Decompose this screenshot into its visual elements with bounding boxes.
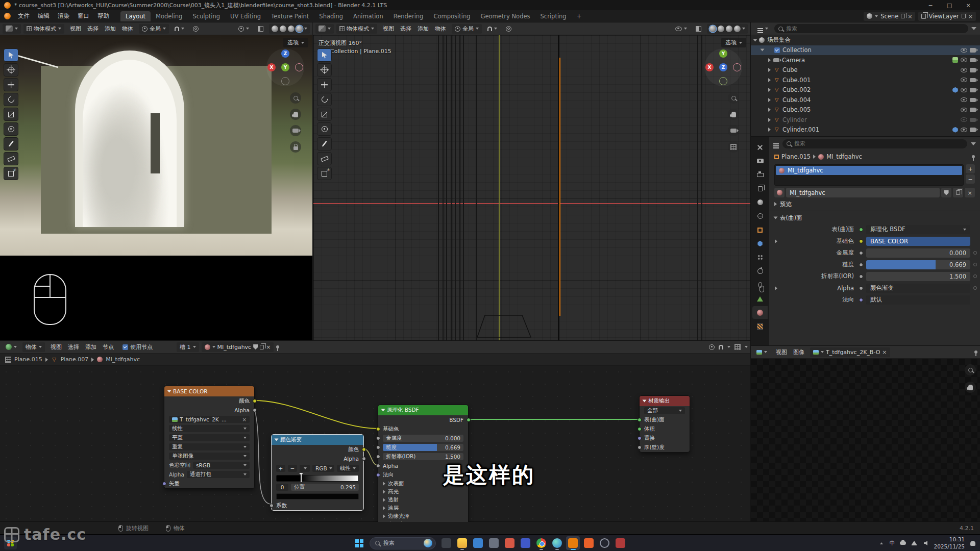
material-slot-list[interactable]: MI_tdfgahvc [774, 164, 964, 186]
tool-button[interactable] [4, 93, 18, 106]
roughness-slider[interactable]: 糙度0.669 [383, 444, 463, 451]
extension-select[interactable]: 重复 [169, 443, 250, 450]
workspace-tab[interactable]: Sculpting [187, 11, 225, 21]
disclosure-icon[interactable] [768, 58, 771, 62]
image-datablock-selector[interactable]: T_tdfgahvc_2K_B-O [810, 347, 890, 357]
node-canvas[interactable]: BASE COLOR 颜色 Alpha T_tdfgahvc_2K_... 线性… [0, 366, 750, 522]
outliner-row[interactable]: Camera [751, 55, 980, 65]
tool-button[interactable] [4, 122, 18, 136]
unlink-material-button[interactable] [965, 188, 975, 197]
metallic-slider[interactable]: 金属度0.000 [383, 435, 463, 442]
material-slot-row[interactable]: MI_tdfgahvc [776, 166, 962, 175]
search-input[interactable] [786, 26, 964, 32]
copy-icon[interactable] [260, 345, 264, 349]
disclosure-icon[interactable] [768, 108, 771, 112]
workspace-tab[interactable]: Shading [314, 11, 348, 21]
breadcrumb-mesh[interactable]: Plane.007 [61, 356, 89, 363]
breadcrumb-material[interactable]: MI_tdfgahvc [106, 356, 140, 363]
material-datablock-selector[interactable]: MI_tdfgahvc [202, 342, 274, 352]
color-output-socket[interactable] [253, 399, 257, 403]
xray-toggle[interactable] [255, 24, 266, 34]
bsdf-section-row[interactable]: 自发光 [378, 520, 468, 522]
new-viewlayer-icon[interactable] [962, 14, 966, 18]
viewport-3d[interactable]: 选项 Z Y X [0, 35, 312, 340]
stop-index-field[interactable]: 0 [276, 484, 288, 491]
image-menu-item[interactable]: 视图 [773, 347, 790, 357]
overlays-toggle[interactable] [672, 24, 690, 34]
color-mode-select[interactable]: RGB [312, 465, 334, 472]
output-tab[interactable] [752, 168, 768, 181]
gizmo-z-neg[interactable] [281, 77, 289, 85]
viewport-menu-item[interactable]: 选择 [84, 24, 102, 34]
surface-section-header[interactable]: 表(曲)面 [769, 212, 980, 223]
camera-visibility-icon[interactable] [970, 48, 976, 53]
taskbar-app-button[interactable] [455, 536, 469, 550]
tool-button[interactable] [317, 152, 332, 165]
taskbar-app-button[interactable] [519, 536, 532, 550]
vector-input-socket[interactable] [162, 482, 166, 486]
outliner-row[interactable]: Cube.002 [751, 85, 980, 95]
tool-button[interactable] [4, 167, 18, 180]
copy-material-button[interactable] [953, 188, 963, 197]
material-tab[interactable] [752, 306, 768, 319]
source-select[interactable]: 单张图像 [169, 453, 250, 460]
alpha-input-socket[interactable] [376, 464, 380, 468]
taskbar-app-button[interactable] [503, 536, 517, 550]
outliner-row[interactable]: Cylinder [751, 115, 980, 125]
maximize-button[interactable]: □ [942, 0, 957, 10]
disclosure-icon[interactable] [753, 39, 757, 41]
physics-tab[interactable] [752, 265, 768, 278]
projection-select[interactable]: 平直 [169, 434, 250, 441]
tool-button[interactable] [317, 48, 332, 62]
bsdf-output-socket[interactable] [467, 418, 471, 422]
menu-item[interactable]: 编辑 [34, 11, 54, 21]
surface-shader-select[interactable]: 原理化 BSDF [866, 225, 970, 234]
tool-button[interactable] [4, 152, 18, 165]
pan-hand-icon[interactable] [965, 382, 976, 393]
viewport-top-ortho[interactable]: 正交顶视图 160°(-1) Collection | Plane.015分米 … [313, 35, 750, 340]
collection-checkbox[interactable] [774, 47, 780, 53]
snap-target-icon[interactable] [709, 344, 715, 350]
disclosure-icon[interactable] [768, 98, 771, 102]
solid-shading-icon[interactable] [718, 26, 724, 32]
menu-item[interactable]: 窗口 [74, 11, 93, 21]
taskbar-app-button[interactable] [550, 536, 564, 550]
eye-visibility-icon[interactable] [961, 48, 967, 53]
texture-tab[interactable] [752, 320, 768, 333]
render-tab[interactable] [752, 155, 768, 167]
input-socket[interactable] [638, 436, 642, 440]
disclosure-icon[interactable] [761, 49, 765, 52]
shader-type-selector[interactable]: 物体 [22, 342, 45, 352]
lock-view-icon[interactable] [290, 141, 301, 153]
tool-button[interactable] [317, 137, 332, 151]
tool-button[interactable] [4, 137, 18, 151]
particles-tab[interactable] [752, 251, 768, 264]
material-browse-button[interactable] [774, 188, 785, 197]
pan-hand-icon[interactable] [290, 109, 301, 120]
shader-menu-item[interactable]: 视图 [47, 342, 65, 352]
keyframe-decorator-icon[interactable] [973, 251, 977, 255]
navigation-gizmo[interactable]: Y X Z [704, 48, 742, 86]
taskbar-app-button[interactable] [534, 536, 548, 550]
remove-slot-button[interactable]: − [966, 174, 975, 184]
node-header[interactable]: 材质输出 [640, 396, 690, 406]
bsdf-section-row[interactable]: 边缘光泽 [378, 512, 468, 520]
keyframe-decorator-icon[interactable] [973, 263, 977, 266]
unlink-image-icon[interactable] [882, 349, 887, 356]
viewport-menu-item[interactable]: 物体 [119, 24, 136, 34]
taskbar-app-button[interactable] [471, 536, 485, 550]
grid-view-icon[interactable] [728, 141, 739, 153]
shader-menu-item[interactable]: 选择 [65, 342, 82, 352]
disclosure-icon[interactable] [768, 78, 771, 82]
tool-button[interactable] [317, 63, 332, 77]
tool-button[interactable] [317, 122, 332, 136]
viewport-menu-item[interactable]: 添加 [102, 24, 119, 34]
image-texture-node[interactable]: BASE COLOR 颜色 Alpha T_tdfgahvc_2K_... 线性… [164, 386, 255, 489]
base-color-input-socket[interactable] [376, 427, 380, 431]
wireframe-shading-icon[interactable] [709, 26, 716, 32]
new-scene-icon[interactable] [901, 14, 905, 18]
disclosure-icon[interactable] [768, 118, 771, 122]
start-button[interactable] [353, 537, 366, 550]
magnet-icon[interactable] [719, 345, 723, 349]
color-ramp-node[interactable]: 颜色渐变 颜色 Alpha + − RGB 线性 0 位置0.295 系数 [271, 434, 364, 511]
